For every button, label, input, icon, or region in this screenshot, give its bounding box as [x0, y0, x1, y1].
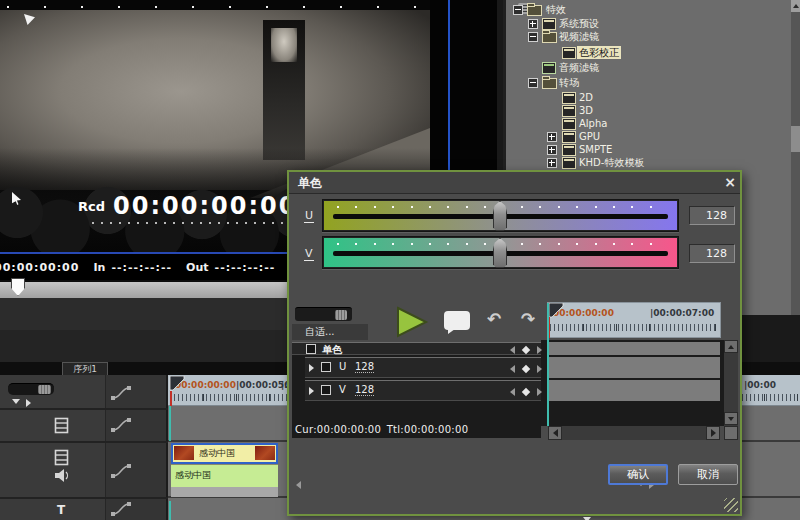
video-clip-label: 感动中国	[199, 445, 235, 462]
scroll-left-icon[interactable]	[548, 426, 562, 440]
confirm-button[interactable]: 确认	[608, 464, 668, 485]
redo-icon[interactable]: ↷	[521, 310, 535, 328]
prev-keyframe-icon[interactable]	[510, 346, 515, 354]
audio-track-icon[interactable]	[54, 469, 70, 483]
header-expand-icon[interactable]	[26, 399, 31, 407]
fade-curve-icon[interactable]	[110, 417, 134, 433]
in-value: --:--:--:--	[111, 261, 172, 274]
timeline-playhead-icon[interactable]	[169, 376, 185, 391]
resize-grip[interactable]	[724, 498, 738, 512]
tree-item-transitions[interactable]: 转场	[0, 76, 790, 89]
expand-icon[interactable]	[547, 158, 557, 168]
timeline-audio-clip[interactable]: 感动中国	[171, 464, 278, 487]
kf-track-row[interactable]	[548, 357, 720, 378]
timeline-video-clip[interactable]: 感动中国	[171, 443, 278, 464]
folder-open-icon	[527, 5, 542, 16]
title-track-icon[interactable]: T	[57, 503, 65, 517]
preset-prev-icon[interactable]	[296, 481, 301, 489]
fade-curve-icon[interactable]	[110, 385, 134, 401]
folder-open-icon	[542, 78, 557, 89]
clip-thumbnail-start	[174, 446, 194, 460]
tree-item-smpte[interactable]: SMPTE	[0, 143, 790, 156]
tree-item-system-presets[interactable]: 系统预设	[0, 17, 790, 30]
tree-item-color-correction[interactable]: 色彩校正	[0, 46, 790, 59]
undo-icon[interactable]: ↶	[487, 310, 501, 328]
v-value-field[interactable]: 128	[689, 244, 735, 263]
param-value[interactable]: 128	[355, 384, 374, 396]
collapse-icon[interactable]	[528, 32, 538, 42]
tree-item-3d[interactable]: 3D	[0, 104, 790, 117]
effect-bin-icon	[542, 18, 556, 30]
palette-scrollbar[interactable]	[791, 0, 800, 315]
scroll-right-icon[interactable]	[706, 426, 720, 440]
param-checkbox[interactable]	[321, 362, 331, 372]
param-row-v[interactable]: V 128	[305, 380, 541, 401]
video-track-icon[interactable]	[54, 417, 69, 434]
param-label: V	[339, 384, 346, 395]
collapse-icon[interactable]	[513, 5, 523, 15]
fade-curve-icon[interactable]	[110, 501, 134, 517]
scroll-up-icon[interactable]	[724, 340, 738, 353]
next-keyframe-icon[interactable]	[537, 365, 542, 373]
track-zoom-thumb[interactable]	[38, 385, 51, 394]
expand-icon[interactable]	[547, 145, 557, 155]
kf-track-row[interactable]	[548, 380, 720, 401]
v-slider[interactable]	[322, 236, 679, 269]
dialog-title-bar[interactable]: 单色 ×	[289, 172, 740, 194]
timeline-clip-mixer-strip[interactable]	[171, 487, 278, 497]
tree-item-audio-filters[interactable]: 音频滤镜	[0, 61, 790, 74]
monochrome-dialog: 单色 × U 128 V 128 自适...	[287, 170, 742, 516]
scale-slider-thumb[interactable]	[335, 310, 347, 320]
next-keyframe-icon[interactable]	[537, 388, 542, 396]
preset-dropdown[interactable]: 自适...	[292, 324, 368, 340]
param-row-monochrome[interactable]: 单色	[292, 342, 541, 355]
fade-curve-icon[interactable]	[110, 463, 134, 479]
timeline-scale-slider[interactable]	[295, 307, 352, 321]
cancel-button[interactable]: 取消	[678, 464, 738, 485]
u-slider-thumb[interactable]	[493, 201, 507, 231]
tab-sequence-1[interactable]: 序列1	[62, 362, 108, 375]
out-value: --:--:--:--	[215, 261, 276, 274]
video-track-icon[interactable]	[54, 449, 69, 466]
tree-item-gpu[interactable]: GPU	[0, 130, 790, 143]
param-expand-icon[interactable]	[309, 387, 314, 395]
add-keyframe-icon[interactable]	[522, 365, 530, 373]
param-checkbox[interactable]	[321, 385, 331, 395]
kf-horizontal-scrollbar[interactable]	[548, 426, 720, 440]
next-keyframe-icon[interactable]	[537, 346, 542, 354]
track-zoom-slider[interactable]	[8, 383, 54, 395]
keyframe-nav	[510, 365, 542, 373]
preview-monitor-icon[interactable]	[444, 311, 470, 330]
tree-item-2d[interactable]: 2D	[0, 91, 790, 104]
tree-item-video-filters[interactable]: 视频滤镜	[0, 30, 790, 43]
kf-track-row[interactable]	[548, 342, 720, 355]
tree-item-effects[interactable]: 特效	[0, 3, 790, 16]
add-keyframe-icon[interactable]	[522, 346, 530, 354]
v-slider-thumb[interactable]	[493, 238, 507, 268]
param-checkbox[interactable]	[306, 344, 316, 354]
prev-keyframe-icon[interactable]	[510, 388, 515, 396]
param-expand-icon[interactable]	[309, 364, 314, 372]
keyframe-ruler[interactable]: 00:00:00:00 |00:00:07:00	[547, 302, 721, 338]
keyframe-play-button[interactable]	[392, 305, 432, 340]
kf-playhead-icon[interactable]	[548, 303, 564, 318]
header-collapse-icon[interactable]	[12, 399, 20, 404]
add-keyframe-icon[interactable]	[522, 388, 530, 396]
track-header-panel: T	[0, 375, 168, 520]
scroll-down-icon[interactable]	[724, 412, 738, 425]
param-row-u[interactable]: U 128	[305, 357, 541, 378]
prev-keyframe-icon[interactable]	[510, 365, 515, 373]
tree-item-khd-templates[interactable]: KHD-特效模板	[0, 156, 790, 169]
out-label: Out	[186, 261, 208, 274]
collapse-icon[interactable]	[528, 78, 538, 88]
u-value-field[interactable]: 128	[689, 206, 735, 225]
palette-scroll-thumb[interactable]	[791, 126, 800, 152]
close-icon[interactable]: ×	[722, 174, 738, 190]
param-value[interactable]: 128	[355, 361, 374, 373]
u-slider[interactable]	[322, 199, 679, 232]
scroll-up-icon[interactable]	[791, 0, 800, 12]
expand-icon[interactable]	[547, 132, 557, 142]
expand-icon[interactable]	[528, 19, 538, 29]
tree-item-label: 音频滤镜	[559, 61, 599, 74]
tree-item-alpha[interactable]: Alpha	[0, 117, 790, 130]
